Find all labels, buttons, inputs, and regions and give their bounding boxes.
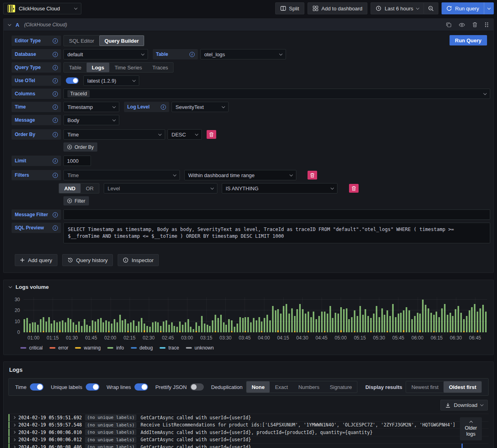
toggle-visibility-eye-icon[interactable] <box>459 22 465 28</box>
run-query-options-button[interactable] <box>484 2 494 14</box>
query-type-traces[interactable]: Traces <box>147 63 173 72</box>
editor-type-sql-editor[interactable]: SQL Editor <box>64 36 99 46</box>
remove-filter2-button[interactable] <box>349 184 359 193</box>
collapse-chevron-icon[interactable] <box>8 22 11 26</box>
info-icon[interactable] <box>53 173 58 178</box>
filter-bool-or[interactable]: OR <box>81 184 99 193</box>
legend-item-unknown[interactable]: unknown <box>186 345 214 351</box>
limit-input[interactable] <box>63 156 91 166</box>
run-query-split-button[interactable]: Run query <box>442 2 494 14</box>
volume-bar <box>471 307 473 332</box>
run-query-button[interactable]: Run Query <box>450 35 487 45</box>
use-otel-toggle[interactable] <box>66 77 79 84</box>
older-logs-button[interactable]: Older logs <box>460 417 482 440</box>
expand-chevron-icon[interactable] <box>13 416 16 419</box>
display-newest-first[interactable]: Newest first <box>406 381 444 393</box>
column-chip[interactable]: TraceId <box>67 90 90 97</box>
legend-item-error[interactable]: error <box>49 345 68 351</box>
log-level-select[interactable]: SeverityText <box>172 102 229 112</box>
editor-type-query-builder[interactable]: Query Builder <box>99 36 144 46</box>
info-icon[interactable] <box>53 132 58 137</box>
expand-chevron-icon[interactable] <box>13 438 16 441</box>
info-icon[interactable] <box>161 105 166 110</box>
query-type-logs[interactable]: Logs <box>87 63 109 72</box>
order-direction-select[interactable]: DESC <box>168 129 202 140</box>
log-row[interactable]: 2024-02-19 05:59:57.548(no unique labels… <box>8 421 489 429</box>
dedup-exact[interactable]: Exact <box>270 381 293 393</box>
collapse-chevron-icon[interactable] <box>9 285 12 288</box>
filter-bool-and[interactable]: AND <box>59 184 81 193</box>
add-filter-button[interactable]: Filter <box>63 196 89 205</box>
info-icon[interactable] <box>53 158 58 164</box>
split-button[interactable]: Split <box>275 2 304 14</box>
query-history-button[interactable]: Query history <box>62 254 113 266</box>
log-row[interactable]: 2024-02-19 06:00:06.010(no unique labels… <box>8 428 489 436</box>
otel-version-select[interactable]: latest (1.2.9) <box>83 75 139 86</box>
datasource-picker[interactable]: ClickHouse Cloud <box>3 3 81 14</box>
x-axis-tick: 02:45 <box>162 335 174 341</box>
info-icon[interactable] <box>53 38 58 43</box>
query-type-time-series[interactable]: Time Series <box>109 63 147 72</box>
info-icon[interactable] <box>53 225 58 231</box>
wrap-lines-toggle[interactable] <box>134 383 148 391</box>
log-row[interactable]: 2024-02-19 06:00:06.012(no unique labels… <box>8 436 489 444</box>
time-toggle[interactable] <box>30 383 43 391</box>
dedup-numbers[interactable]: Numbers <box>293 381 325 393</box>
inspector-button[interactable]: Inspector <box>118 254 159 266</box>
volume-bar <box>95 322 96 333</box>
table-select[interactable]: otel_logs <box>200 49 286 59</box>
message-filter-input[interactable] <box>63 209 490 220</box>
logs-volume-chart[interactable]: 0102030 <box>24 297 487 332</box>
filter2-field-select[interactable]: Level <box>104 183 217 193</box>
expand-chevron-icon[interactable] <box>13 446 16 448</box>
prettify-json-toggle[interactable] <box>190 383 204 391</box>
order-by-field-select[interactable]: Time <box>63 129 165 140</box>
duplicate-query-icon[interactable] <box>446 22 452 28</box>
info-icon[interactable] <box>189 52 195 57</box>
info-icon[interactable] <box>53 65 58 70</box>
time-column-select[interactable]: Timestamp <box>63 102 119 112</box>
filter2-operator-select[interactable]: IS ANYTHING <box>222 183 337 193</box>
legend-item-trace[interactable]: trace <box>160 345 179 351</box>
filter-field-select[interactable]: Time <box>63 170 180 180</box>
log-row[interactable]: 2024-02-19 06:00:08.486(no unique labels… <box>8 443 489 448</box>
legend-item-critical[interactable]: critical <box>20 345 43 351</box>
database-select[interactable]: default <box>63 49 148 59</box>
download-button[interactable]: Download <box>440 400 488 411</box>
dedup-none[interactable]: None <box>247 381 270 393</box>
legend-swatch <box>107 347 113 349</box>
volume-bar <box>122 320 123 332</box>
add-query-button[interactable]: Add query <box>15 254 57 266</box>
info-icon[interactable] <box>53 78 58 83</box>
info-icon[interactable] <box>53 212 58 217</box>
info-icon[interactable] <box>53 91 58 97</box>
info-icon[interactable] <box>53 105 58 110</box>
dedup-signature[interactable]: Signature <box>325 381 357 393</box>
info-icon[interactable] <box>53 118 58 123</box>
info-icon[interactable] <box>53 52 58 57</box>
volume-bar <box>34 322 36 332</box>
delete-query-icon[interactable] <box>472 22 477 28</box>
log-row[interactable]: 2024-02-19 05:59:51.692(no unique labels… <box>8 414 489 421</box>
add-to-dashboard-button[interactable]: Add to dashboard <box>308 2 368 14</box>
expand-chevron-icon[interactable] <box>13 424 16 426</box>
legend-item-warning[interactable]: warning <box>75 345 101 351</box>
add-order-by-button[interactable]: Order By <box>63 142 97 152</box>
filter-operator-select[interactable]: Within dashboard time range <box>184 170 296 180</box>
columns-multiselect[interactable]: TraceId <box>63 89 490 99</box>
display-oldest-first[interactable]: Oldest first <box>444 381 481 393</box>
zoom-out-time-button[interactable] <box>424 2 438 14</box>
expand-chevron-icon[interactable] <box>13 431 16 434</box>
message-column-select[interactable]: Body <box>63 115 119 125</box>
legend-item-debug[interactable]: debug <box>131 345 153 351</box>
volume-bar <box>305 314 306 332</box>
remove-order-by-button[interactable] <box>207 130 216 139</box>
log-labels-chip: (no unique labels) <box>85 422 136 428</box>
time-range-picker[interactable]: Last 6 hours <box>371 2 424 14</box>
drag-handle-icon[interactable] <box>485 22 489 28</box>
query-row-header[interactable]: A (ClickHouse Cloud) <box>4 19 493 31</box>
unique-labels-toggle[interactable] <box>86 383 99 391</box>
remove-filter-button[interactable] <box>308 171 317 180</box>
query-type-table[interactable]: Table <box>64 63 87 72</box>
legend-item-info[interactable]: info <box>107 345 124 351</box>
